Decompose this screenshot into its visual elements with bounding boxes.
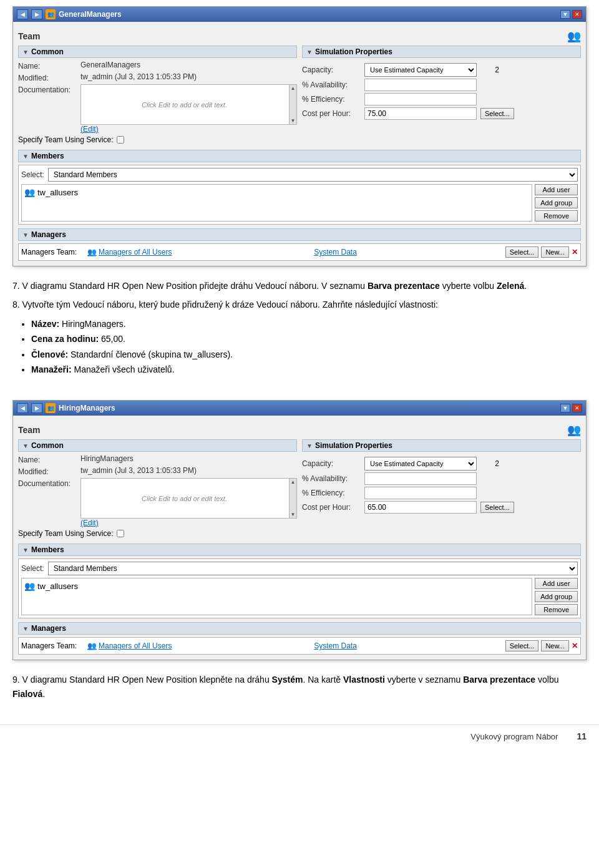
members-dropdown2[interactable]: Standard Members [48, 562, 578, 575]
members-header: ▼ Members [18, 150, 581, 162]
item8-list: Název: HiringManagers. Cena za hodinu: 6… [31, 317, 587, 377]
efficiency-row: % Efficiency: [302, 93, 581, 105]
capacity-row: Capacity: Use Estimated Capacity 2 [302, 63, 581, 77]
managers-new-btn[interactable]: New... [541, 246, 569, 258]
bullet-nazev: Název: HiringManagers. [31, 317, 587, 331]
modified-row: Modified: tw_admin (Jul 3, 2013 1:05:33 … [18, 72, 297, 82]
managers-link2[interactable]: 👥 Managers of All Users [87, 641, 172, 650]
cost-row2: Cost per Hour: Select... [302, 501, 581, 514]
cost-row: Cost per Hour: Select... [302, 107, 581, 120]
add-group-btn2[interactable]: Add group [535, 591, 578, 602]
dropdown-btn[interactable]: ▼ [560, 10, 570, 19]
member-icon: 👥 [24, 187, 35, 197]
sim-section-header2: ▼ Simulation Properties [302, 439, 581, 452]
bold-barva: Barva prezentace [368, 281, 440, 291]
bold-system: Systém [272, 675, 303, 685]
specify-service-checkbox[interactable] [117, 136, 124, 144]
add-group-btn[interactable]: Add group [535, 197, 578, 208]
bullet-clenove: Členové: Standardní členové (skupina tw_… [31, 348, 587, 361]
name-row2: Name: HiringManagers [18, 454, 297, 464]
managers-link[interactable]: 👥 Managers of All Users [87, 248, 172, 256]
capacity-dropdown2[interactable]: Use Estimated Capacity [364, 457, 477, 471]
member-icon2: 👥 [24, 581, 35, 591]
members-buttons: Add user Add group Remove [535, 184, 578, 222]
close-btn2[interactable]: ✕ [572, 404, 582, 412]
managers-section: ▼ Managers Managers Team: 👥 Managers of … [18, 228, 581, 261]
team-users-icon2: 👥 [567, 423, 581, 437]
sim-section-header: ▼ Simulation Properties [302, 46, 581, 58]
capacity-row2: Capacity: Use Estimated Capacity 2 [302, 457, 581, 471]
members-select-row: Select: Standard Members [21, 168, 578, 182]
specify-service-row: Specify Team Using Service: [18, 135, 297, 144]
members-header2: ▼ Members [18, 544, 581, 556]
members-select-row2: Select: Standard Members [21, 562, 578, 575]
item9-text: 9. V diagramu Standard HR Open New Posit… [12, 673, 587, 701]
managers-select-btn2[interactable]: Select... [505, 640, 539, 651]
text-section2: 9. V diagramu Standard HR Open New Posit… [0, 666, 599, 718]
doc-box[interactable]: Click Edit to add or edit text. ▲ ▼ [80, 84, 297, 125]
item7-text: 7. V diagramu Standard HR Open New Posit… [12, 279, 587, 293]
doc-box2[interactable]: Click Edit to add or edit text. ▲ ▼ [80, 478, 297, 519]
add-user-btn[interactable]: Add user [535, 184, 578, 195]
availability-row: % Availability: [302, 79, 581, 91]
general-managers-window: ◀ ▶ 👥 GeneralManagers ▼ ✕ Team 👥 ▼ Commo… [12, 6, 587, 266]
window1-title: GeneralManagers [59, 10, 122, 19]
remove-btn[interactable]: Remove [535, 210, 578, 222]
bold-fialova: Fialová [12, 689, 42, 699]
edit-link2[interactable]: (Edit) [80, 519, 99, 527]
bold-vlastnosti: Vlastnosti [343, 675, 385, 685]
window2-title: HiringManagers [59, 404, 115, 412]
modified-row2: Modified: tw_admin (Jul 3, 2013 1:05:33 … [18, 466, 297, 476]
members-section: ▼ Members Select: Standard Members 👥 tw_… [18, 150, 581, 225]
bullet-manazeri: Manažeři: Manažeři všech uživatelů. [31, 363, 587, 376]
team-users-icon: 👥 [567, 29, 581, 43]
forward-btn2[interactable]: ▶ [31, 403, 42, 413]
footer-program: Výukový program Nábor [470, 732, 558, 741]
specify-service-checkbox2[interactable] [117, 530, 124, 537]
close-btn[interactable]: ✕ [572, 10, 582, 19]
managers-select-btn[interactable]: Select... [505, 246, 539, 258]
hiring-managers-window: ◀ ▶ 👥 HiringManagers ▼ ✕ Team 👥 ▼ Common… [12, 400, 587, 660]
back-btn2[interactable]: ◀ [17, 403, 28, 413]
team-header: Team 👥 [18, 27, 581, 46]
members-list: 👥 tw_allusers [21, 184, 532, 222]
item8-text: 8. Vytvořte tým Vedoucí náboru, který bu… [12, 298, 587, 311]
cost-input[interactable] [364, 107, 477, 120]
managers-delete-btn[interactable]: ✕ [572, 248, 578, 256]
members-list2: 👥 tw_allusers [21, 578, 532, 615]
managers-header: ▼ Managers [18, 228, 581, 241]
specify-service-row2: Specify Team Using Service: [18, 529, 297, 538]
members-dropdown[interactable]: Standard Members [48, 168, 578, 182]
members-section2: ▼ Members Select: Standard Members 👥 tw_… [18, 544, 581, 618]
name-row: Name: GeneralManagers [18, 61, 297, 71]
managers-row: Managers Team: 👥 Managers of All Users S… [21, 246, 578, 258]
select-cost-btn[interactable]: Select... [480, 108, 514, 119]
managers-header2: ▼ Managers [18, 622, 581, 635]
system-data-link2[interactable]: System Data [314, 641, 357, 650]
common-section-header: ▼ Common [18, 46, 297, 58]
select-cost-btn2[interactable]: Select... [480, 502, 514, 513]
add-user-btn2[interactable]: Add user [535, 578, 578, 589]
availability-input[interactable] [364, 79, 477, 91]
dropdown-btn2[interactable]: ▼ [560, 404, 570, 412]
bold-barva2: Barva prezentace [463, 675, 535, 685]
efficiency-input2[interactable] [364, 487, 477, 499]
managers-new-btn2[interactable]: New... [541, 640, 569, 651]
system-data-link[interactable]: System Data [314, 248, 357, 256]
managers-section2: ▼ Managers Managers Team: 👥 Managers of … [18, 622, 581, 655]
footer: Výukový program Nábor 11 [0, 724, 599, 748]
availability-input2[interactable] [364, 472, 477, 485]
window2-titlebar: ◀ ▶ 👥 HiringManagers ▼ ✕ [13, 401, 586, 416]
managers-delete-btn2[interactable]: ✕ [572, 641, 578, 650]
managers-row2: Managers Team: 👥 Managers of All Users S… [21, 640, 578, 651]
back-btn[interactable]: ◀ [17, 9, 28, 19]
member-item2: 👥 tw_allusers [24, 581, 529, 591]
forward-btn[interactable]: ▶ [31, 9, 42, 19]
edit-link[interactable]: (Edit) [80, 125, 99, 134]
team-icon: 👥 [46, 9, 56, 19]
capacity-dropdown[interactable]: Use Estimated Capacity [364, 63, 477, 77]
common-section-header2: ▼ Common [18, 439, 297, 452]
efficiency-input[interactable] [364, 93, 477, 105]
cost-input2[interactable] [364, 501, 477, 514]
remove-btn2[interactable]: Remove [535, 604, 578, 615]
